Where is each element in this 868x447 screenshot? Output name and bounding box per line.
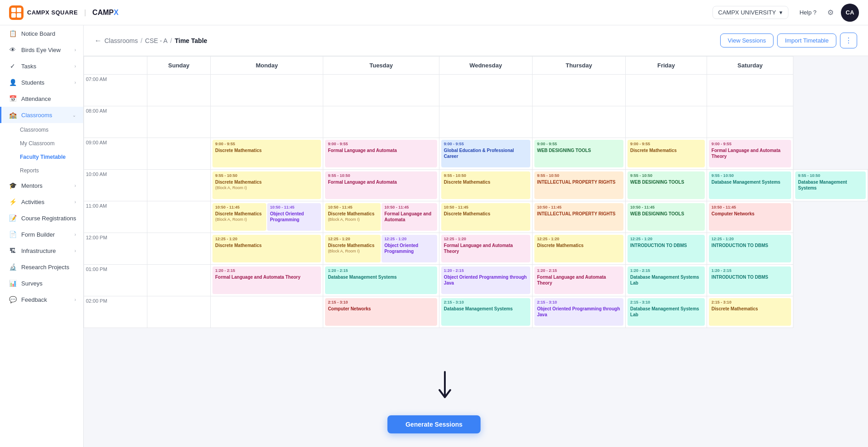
event-card[interactable]: 2:15 - 3:10 Database Management Systems [441, 298, 530, 326]
table-row: 10:00 AM 9:55 - 10:50 Discrete Mathemati… [84, 170, 868, 201]
event-card[interactable]: 9:55 - 10:50 Database Management Systems [709, 171, 791, 199]
sidebar-item-mentors[interactable]: 🎓 Mentors › [0, 177, 83, 194]
sidebar-sub-classrooms[interactable]: Classrooms [20, 123, 83, 137]
sidebar-item-attendance[interactable]: 📅 Attendance [0, 90, 83, 107]
event-card[interactable]: 9:00 - 9:55 Formal Language and Automata… [709, 140, 791, 167]
time-label: 07:00 AM [84, 75, 147, 106]
settings-icon[interactable]: ⚙ [827, 8, 834, 17]
event-card[interactable]: 10:50 - 11:45 INTELLECTUAL PROPERTY RIGH… [534, 203, 623, 231]
logo[interactable]: CAMPX SQUARE | CAMPX [9, 5, 118, 20]
event-card[interactable]: 2:15 - 3:10 Computer Networks [325, 298, 437, 326]
help-button[interactable]: Help ? [796, 6, 820, 19]
sidebar-item-form-builder[interactable]: 📄 Form Builder › [0, 226, 83, 243]
view-sessions-button[interactable]: View Sessions [720, 33, 774, 48]
event-card[interactable]: 10:50 - 11:45 Computer Networks [709, 203, 791, 231]
sidebar-item-classrooms[interactable]: 🏫 Classrooms ⌄ [0, 107, 83, 123]
sidebar-item-research[interactable]: 🔬 Research Projects [0, 259, 83, 275]
sidebar-item-students[interactable]: 👤 Students › [0, 74, 83, 90]
sidebar-item-surveys[interactable]: 📊 Surveys [0, 275, 83, 291]
import-timetable-button[interactable]: Import Timetable [777, 33, 836, 48]
chevron-right-icon: › [75, 297, 76, 302]
breadcrumb-timetable: Time Table [175, 37, 207, 44]
event-card[interactable]: 9:00 - 9:55 Global Education & Professio… [441, 140, 530, 167]
time-label: 11:00 AM [84, 201, 147, 233]
event-card[interactable]: 10:50 - 11:45 WEB DESIGNING TOOLS [627, 203, 705, 231]
event-card[interactable]: 10:50 - 11:45 Discrete Mathematics (Bloc… [325, 203, 381, 231]
event-card[interactable]: 9:55 - 10:50 Discrete Mathematics (Block… [212, 171, 321, 199]
event-card[interactable]: 9:55 - 10:50 Database Management Systems [795, 171, 866, 199]
slot-sun-1200 [147, 233, 211, 265]
chevron-right-icon: › [75, 200, 76, 204]
sidebar-item-feedback[interactable]: 💬 Feedback › [0, 291, 83, 308]
page-header: ← Classrooms / CSE - A / Time Table View… [84, 25, 868, 56]
event-card[interactable]: 9:55 - 10:50 Formal Language and Automat… [325, 171, 437, 199]
slot-mon-1100: 10:50 - 11:45 Discrete Mathematics (Bloc… [211, 201, 323, 233]
event-card[interactable]: 9:55 - 10:50 WEB DESIGNING TOOLS [627, 171, 705, 199]
sidebar-item-notice-board[interactable]: 📋 Notice Board [0, 25, 83, 42]
activities-icon: ⚡ [9, 198, 17, 205]
generate-sessions-button[interactable]: Generate Sessions [387, 415, 481, 433]
sidebar-item-infrastructure[interactable]: 🏗 Infrastructure › [0, 243, 83, 259]
sidebar-label-infrastructure: Infrastructure [21, 247, 56, 254]
back-button[interactable]: ← [94, 37, 102, 45]
surveys-icon: 📊 [9, 280, 17, 287]
friday-header: Friday [626, 57, 707, 75]
sidebar-item-tasks[interactable]: ✓ Tasks › [0, 58, 83, 74]
event-card[interactable]: 10:50 - 11:45 Formal Language and Automa… [382, 203, 437, 231]
slot-wed-1200: 12:25 - 1:20 Formal Language and Automat… [439, 233, 532, 265]
event-card[interactable]: 1:20 - 2:15 Formal Language and Automata… [534, 266, 623, 294]
event-card[interactable]: 12:25 - 1:20 INTRODUCTION TO DBMS [627, 235, 705, 262]
event-card[interactable]: 10:50 - 11:45 Discrete Mathematics (Bloc… [212, 203, 266, 231]
event-card[interactable]: 12:25 - 1:20 Object Oriented Programming [382, 235, 437, 262]
sidebar-sub-my-classroom[interactable]: My Classroom [20, 137, 83, 150]
sidebar-label-form-builder: Form Builder [21, 231, 55, 238]
event-card[interactable]: 10:50 - 11:45 Discrete Mathematics [441, 203, 530, 231]
birds-eye-icon: 👁 [9, 46, 17, 53]
university-name: CAMPX UNIVERSITY [718, 9, 776, 16]
slot-sun-900 [147, 138, 211, 170]
event-card[interactable]: 2:15 - 3:10 Object Oriented Programming … [534, 298, 623, 326]
event-card[interactable]: 10:50 - 11:45 Object Oriented Programmin… [267, 203, 321, 231]
event-card[interactable]: 9:55 - 10:50 Discrete Mathematics [441, 171, 530, 199]
sidebar-sub-faculty-timetable[interactable]: Faculty Timetable [20, 150, 83, 164]
event-card[interactable]: 1:20 - 2:15 Formal Language and Automata… [212, 266, 321, 294]
event-card[interactable]: 9:00 - 9:55 Formal Language and Automata [325, 140, 437, 167]
sidebar-label-students: Students [21, 79, 44, 86]
more-options-button[interactable]: ⋮ [840, 33, 857, 48]
event-card[interactable]: 1:20 - 2:15 Database Management Systems [325, 266, 437, 294]
event-card[interactable]: 2:15 - 3:10 Database Management Systems … [627, 298, 705, 326]
event-card[interactable]: 12:25 - 1:20 Discrete Mathematics [212, 235, 321, 262]
event-card[interactable]: 12:25 - 1:20 Formal Language and Automat… [441, 235, 530, 262]
slot-fri-900: 9:00 - 9:55 Discrete Mathematics [626, 138, 707, 170]
event-card[interactable]: 12:25 - 1:20 Discrete Mathematics [534, 235, 623, 262]
event-card[interactable]: 2:15 - 3:10 Discrete Mathematics [709, 298, 791, 326]
chevron-right-icon: › [75, 64, 76, 69]
slot-tue-900: 9:00 - 9:55 Formal Language and Automata [323, 138, 439, 170]
event-card[interactable]: 9:55 - 10:50 INTELLECTUAL PROPERTY RIGHT… [534, 171, 623, 199]
sidebar-label-surveys: Surveys [21, 280, 42, 287]
event-card[interactable]: 1:20 - 2:15 Object Oriented Programming … [441, 266, 530, 294]
event-card[interactable]: 1:20 - 2:15 INTRODUCTION TO DBMS [709, 266, 791, 294]
slot-wed-1400: 2:15 - 3:10 Database Management Systems [439, 296, 532, 328]
event-card[interactable]: 9:00 - 9:55 Discrete Mathematics [212, 140, 321, 167]
sidebar-item-course-registrations[interactable]: 📝 Course Registrations [0, 210, 83, 226]
slot-thu-1000: 9:55 - 10:50 INTELLECTUAL PROPERTY RIGHT… [532, 170, 625, 201]
event-card[interactable]: 1:20 - 2:15 Database Management Systems … [627, 266, 705, 294]
event-card[interactable]: 12:25 - 1:20 INTRODUCTION TO DBMS [709, 235, 791, 262]
sidebar-label-course-reg: Course Registrations [21, 215, 76, 222]
slot-mon-1200: 12:25 - 1:20 Discrete Mathematics [211, 233, 323, 265]
sidebar-item-birds-eye[interactable]: 👁 Birds Eye View › [0, 42, 83, 58]
avatar[interactable]: CA [841, 4, 859, 22]
event-card[interactable]: 9:00 - 9:55 WEB DESIGNING TOOLS [534, 140, 623, 167]
students-icon: 👤 [9, 79, 17, 86]
event-card[interactable]: 12:25 - 1:20 Discrete Mathematics (Block… [325, 235, 381, 262]
breadcrumb-classrooms[interactable]: Classrooms [104, 37, 138, 44]
event-card[interactable]: 9:00 - 9:55 Discrete Mathematics [627, 140, 705, 167]
sidebar-sub-reports[interactable]: Reports [20, 164, 83, 177]
table-row: 01:00 PM 1:20 - 2:15 Formal Language and… [84, 265, 868, 296]
sidebar-item-activities[interactable]: ⚡ Activities › [0, 194, 83, 210]
breadcrumb-cse-a[interactable]: CSE - A [145, 37, 168, 44]
time-label: 02:00 PM [84, 296, 147, 328]
university-selector[interactable]: CAMPX UNIVERSITY ▾ [712, 6, 789, 19]
slot-sat-1000b: 9:55 - 10:50 Database Management Systems [793, 170, 868, 201]
